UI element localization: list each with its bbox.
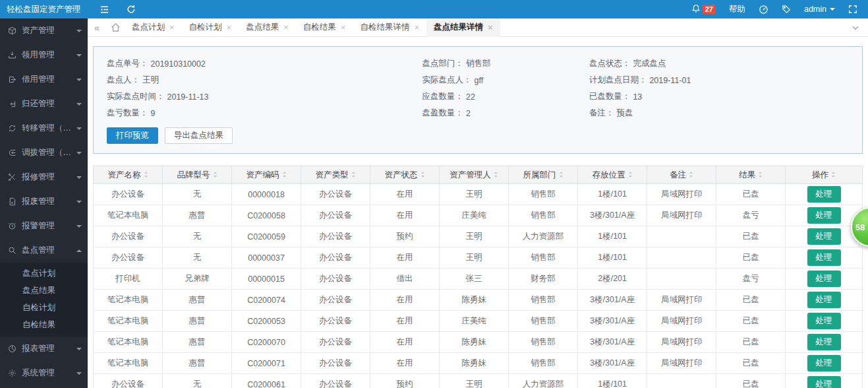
tab-2[interactable]: 盘点结果×: [239, 18, 296, 37]
sidebar-subitem-0[interactable]: 盘点计划: [0, 265, 88, 282]
tag-icon[interactable]: [782, 5, 791, 14]
home-tab-icon[interactable]: [106, 18, 125, 37]
table-cell: 办公设备: [301, 184, 370, 205]
handle-button[interactable]: 处理: [807, 355, 841, 372]
sidebar-item-11[interactable]: 系统管理: [0, 361, 88, 385]
handle-button[interactable]: 处理: [807, 186, 841, 203]
tab-5[interactable]: 盘点结果详情×: [426, 18, 500, 37]
table-body: 办公设备无00000018办公设备在用王明销售部1楼/101局域网打印已盘处理笔…: [94, 184, 863, 388]
table-cell: 兄弟牌: [163, 269, 232, 290]
table-cell: [647, 269, 716, 290]
field-value: gff: [475, 76, 484, 85]
table-cell: 张三: [440, 269, 509, 290]
field-label: 盘点单号：: [107, 58, 148, 69]
tab-close-icon[interactable]: ×: [341, 23, 346, 32]
field-value: 2019-11-01: [649, 76, 691, 85]
sidebar-item-label: 盘点管理: [22, 245, 71, 256]
handle-button[interactable]: 处理: [807, 334, 841, 350]
sidebar-item-7[interactable]: 报废管理: [0, 189, 88, 214]
table-cell: 打印机: [94, 269, 163, 290]
sidebar-subitem-2[interactable]: 自检计划: [0, 299, 88, 316]
handle-button[interactable]: 处理: [807, 228, 841, 245]
tab-1[interactable]: 自检计划×: [182, 18, 239, 37]
field-value: 预盘: [616, 108, 633, 119]
tab-4[interactable]: 自检结果详情×: [353, 18, 426, 37]
table-row: 笔记本电脑惠普C0200053办公设备在用庄美纯销售部3楼/301/A座局域网打…: [94, 311, 863, 332]
table-row: 笔记本电脑惠普C0200070办公设备在用陈勇妹销售部3楼/301/A座局域网打…: [94, 332, 863, 353]
sidebar-toggle-icon[interactable]: [100, 5, 109, 15]
table-cell: 00000018: [232, 184, 301, 205]
field-label: 盘点状态：: [589, 58, 631, 69]
print-preview-button[interactable]: 打印预览: [107, 127, 158, 144]
fullscreen-icon[interactable]: [848, 5, 857, 14]
column-header-1[interactable]: 品牌型号: [163, 166, 232, 184]
table-cell: 已盘: [716, 184, 786, 205]
table-cell: 无: [163, 247, 232, 269]
detail-field: 盘点人：王明: [107, 72, 422, 88]
table-cell: 已盘: [716, 353, 786, 374]
handle-button[interactable]: 处理: [807, 271, 841, 287]
tab-close-icon[interactable]: ×: [414, 23, 419, 32]
table-cell: C0200059: [232, 226, 301, 247]
sidebar-item-10[interactable]: 报表管理: [0, 337, 88, 361]
column-header-2[interactable]: 资产编码: [232, 166, 301, 184]
user-menu[interactable]: admin: [804, 5, 835, 14]
column-header-6[interactable]: 所属部门: [509, 166, 578, 184]
sidebar-item-3[interactable]: 归还管理: [0, 92, 88, 116]
table-cell: 已盘: [716, 311, 786, 332]
handle-button[interactable]: 处理: [807, 313, 841, 329]
tab-close-icon[interactable]: ×: [227, 23, 232, 32]
notifications-button[interactable]: 27: [691, 4, 716, 15]
handle-button[interactable]: 处理: [807, 292, 841, 308]
alarm-icon: [8, 222, 16, 230]
sidebar-item-6[interactable]: 报修管理: [0, 165, 88, 189]
sidebar-item-0[interactable]: 资产管理: [0, 18, 88, 43]
sidebar-item-4[interactable]: 转移管理（内...: [0, 116, 88, 141]
table-cell: 办公设备: [301, 205, 370, 226]
tab-close-icon[interactable]: ×: [488, 23, 493, 32]
column-header-3[interactable]: 资产类型: [301, 166, 370, 184]
tab-close-icon[interactable]: ×: [283, 23, 289, 32]
sidebar-item-5[interactable]: 调拨管理（外...: [0, 141, 88, 165]
table-cell: 已盘: [716, 332, 786, 353]
refresh-icon[interactable]: [127, 5, 136, 14]
notification-count-badge: 27: [703, 5, 716, 14]
sidebar-item-8[interactable]: 报警管理: [0, 214, 88, 238]
column-header-4[interactable]: 资产状态: [370, 166, 440, 184]
sidebar-subitem-1[interactable]: 盘点结果: [0, 282, 88, 299]
sidebar-item-9[interactable]: 盘点管理: [0, 238, 88, 263]
table-cell: 00000015: [232, 269, 301, 290]
handle-button[interactable]: 处理: [807, 376, 841, 388]
column-header-10[interactable]: 操作: [786, 166, 863, 184]
sidebar-item-2[interactable]: 借用管理: [0, 67, 88, 92]
table-cell: 已盘: [716, 374, 786, 388]
column-header-label: 存放位置: [593, 170, 625, 179]
sidebar-subitem-3[interactable]: 自检结果: [0, 316, 88, 333]
handle-button[interactable]: 处理: [807, 207, 841, 224]
detail-column-2: 盘点状态：完成盘点计划盘点日期：2019-11-01已盘数量：13备注：预盘: [589, 55, 849, 121]
table-cell: 陈勇妹: [440, 353, 509, 374]
help-link[interactable]: 帮助: [729, 4, 745, 15]
column-header-7[interactable]: 存放位置: [578, 166, 647, 184]
export-result-button[interactable]: 导出盘点结果: [165, 127, 233, 144]
column-header-9[interactable]: 结果: [716, 166, 786, 184]
tab-menu-button[interactable]: [843, 23, 868, 32]
sidebar-item-label: 借用管理: [22, 74, 71, 85]
column-header-5[interactable]: 资产管理人: [440, 166, 509, 184]
table-cell: 在用: [370, 290, 440, 311]
dashboard-icon[interactable]: [759, 5, 768, 15]
detail-field: 盘亏数量：9: [107, 105, 422, 121]
column-header-0[interactable]: 资产名称: [94, 166, 163, 184]
tab-0[interactable]: 盘点计划×: [125, 18, 182, 37]
handle-button[interactable]: 处理: [807, 249, 841, 266]
table-cell: 销售部: [509, 247, 578, 269]
sidebar: 资产管理领用管理借用管理归还管理转移管理（内...调拨管理（外...报修管理报废…: [0, 18, 88, 388]
table-cell: 在用: [370, 353, 440, 374]
column-header-8[interactable]: 备注: [647, 166, 716, 184]
sidebar-item-1[interactable]: 领用管理: [0, 43, 88, 67]
tabs-collapse-button[interactable]: «: [88, 18, 106, 37]
table-cell: [647, 226, 716, 247]
tab-close-icon[interactable]: ×: [169, 23, 175, 32]
app-title: 轻松盘固定资产管理: [0, 4, 88, 15]
tab-3[interactable]: 自检结果×: [296, 18, 353, 37]
